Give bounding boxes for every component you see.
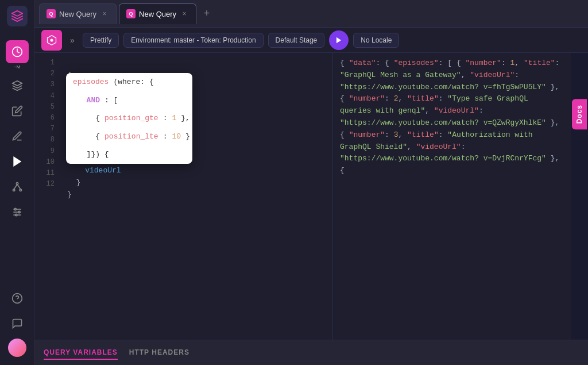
tab-1-icon: Q (47, 9, 56, 18)
autocomplete-popup: episodes(where: { AND: [ {position_gte: … (66, 73, 192, 164)
user-avatar[interactable] (8, 339, 26, 357)
svg-point-4 (13, 189, 14, 191)
expand-button[interactable]: » (67, 34, 78, 46)
locale-button[interactable]: No Locale (353, 33, 399, 48)
result-panel: { "data": { "episodes": [ { "number": 1,… (333, 53, 571, 340)
sidebar-bottom (7, 286, 28, 359)
tab-2-label: New Query (139, 10, 176, 18)
svg-point-12 (18, 211, 20, 213)
tab-1-label: New Query (59, 10, 96, 18)
editor-area: 1 2 3 4 5 6 7 8 9 10 11 12 { episodes(wh… (34, 53, 588, 340)
tab-2-icon: Q (126, 9, 136, 18)
tab-bar: Q New Query × Q New Query × + (34, 0, 588, 28)
docs-sidebar: Docs (571, 53, 588, 340)
autocomplete-item-5[interactable]: ]}) { (66, 145, 192, 164)
run-button[interactable] (329, 30, 349, 50)
bottom-bar: Query Variables HTTP Headers (34, 340, 588, 365)
http-headers-tab[interactable]: HTTP Headers (129, 346, 189, 360)
query-editor[interactable]: 1 2 3 4 5 6 7 8 9 10 11 12 { episodes(wh… (34, 53, 333, 340)
main-content: Q New Query × Q New Query × + » Prettify… (34, 0, 588, 365)
graphiql-logo (41, 30, 62, 51)
sidebar-edit-icon[interactable] (7, 101, 28, 121)
sidebar-play-icon[interactable] (7, 151, 28, 172)
tab-2-close[interactable]: × (180, 9, 189, 18)
query-variables-tab[interactable]: Query Variables (44, 346, 118, 360)
environment-button[interactable]: Environment: master - Token: Production (123, 33, 263, 48)
autocomplete-item-4[interactable]: {position_lte: 10} (66, 128, 192, 146)
sidebar-sliders-icon[interactable] (7, 202, 28, 222)
svg-point-5 (20, 189, 21, 191)
prettify-button[interactable]: Prettify (83, 33, 119, 48)
sidebar-help-icon[interactable] (7, 288, 28, 309)
tab-1-close[interactable]: × (100, 9, 109, 18)
svg-line-6 (14, 185, 17, 189)
docs-button[interactable]: Docs (572, 99, 587, 129)
sidebar-layers-icon[interactable] (7, 75, 28, 96)
svg-marker-1 (12, 81, 22, 86)
stage-button[interactable]: Default Stage (268, 33, 325, 48)
left-sidebar: ~M (0, 0, 34, 365)
sidebar-api-icon[interactable] (7, 176, 28, 197)
sidebar-pen-icon[interactable] (7, 126, 28, 147)
sidebar-chat-icon[interactable] (7, 313, 28, 334)
svg-marker-17 (336, 37, 341, 43)
tab-2[interactable]: Q New Query × (119, 3, 196, 24)
autocomplete-item-3[interactable]: {position_gte: 1}, (66, 109, 192, 128)
sidebar-graphiql-icon[interactable] (6, 40, 29, 63)
autocomplete-item-2[interactable]: AND: [ (66, 91, 192, 110)
svg-point-13 (15, 214, 17, 216)
svg-point-11 (14, 208, 16, 210)
line-numbers: 1 2 3 4 5 6 7 8 9 10 11 12 (34, 53, 60, 190)
toolbar: » Prettify Environment: master - Token: … (34, 28, 588, 53)
tab-1[interactable]: Q New Query × (39, 3, 117, 24)
add-tab-button[interactable]: + (199, 6, 215, 22)
app-logo (7, 6, 28, 26)
autocomplete-item-1[interactable]: episodes(where: { (66, 73, 192, 91)
svg-point-3 (16, 183, 18, 185)
svg-line-7 (17, 185, 21, 189)
svg-point-16 (51, 39, 53, 41)
svg-marker-2 (14, 157, 21, 166)
